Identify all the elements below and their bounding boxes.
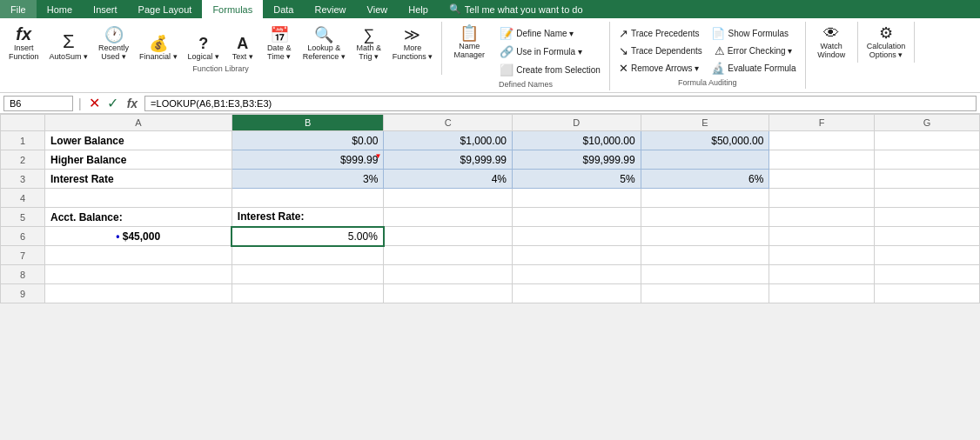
logical-button[interactable]: ? Logical ▾ (185, 34, 223, 63)
cell-b9[interactable] (232, 284, 384, 303)
calculation-options-button[interactable]: ⚙ CalculationOptions ▾ (863, 23, 910, 61)
cell-c8[interactable] (384, 265, 513, 284)
cell-g7[interactable] (875, 246, 980, 265)
cell-b4[interactable] (232, 189, 384, 208)
tab-review[interactable]: Review (304, 0, 356, 18)
cell-g3[interactable] (875, 170, 980, 189)
create-from-selection-button[interactable]: ⬜ Create from Selection (496, 62, 604, 78)
formula-input[interactable] (144, 96, 977, 111)
cell-f3[interactable] (769, 170, 875, 189)
tab-help[interactable]: Help (398, 0, 439, 18)
cell-f2[interactable] (769, 150, 875, 170)
tab-tell-me[interactable]: 🔍 Tell me what you want to do (439, 0, 594, 18)
cell-c6[interactable] (384, 227, 513, 246)
col-header-e[interactable]: E (641, 115, 769, 131)
cell-e7[interactable] (641, 246, 769, 265)
cell-e5[interactable] (641, 208, 769, 227)
tab-view[interactable]: View (357, 0, 399, 18)
name-box[interactable] (3, 96, 73, 111)
cell-d5[interactable] (512, 208, 641, 227)
use-in-formula-button[interactable]: 🔗 Use in Formula ▾ (496, 43, 604, 60)
cell-d3[interactable]: 5% (512, 170, 641, 189)
cell-c1[interactable]: $1,000.00 (384, 131, 513, 150)
tab-page-layout[interactable]: Page Layout (128, 0, 203, 18)
cell-b8[interactable] (232, 265, 384, 284)
cell-e9[interactable] (641, 284, 769, 303)
tab-insert[interactable]: Insert (83, 0, 128, 18)
col-header-a[interactable]: A (45, 115, 232, 131)
cell-d7[interactable] (512, 246, 641, 265)
cell-a9[interactable] (45, 284, 232, 303)
cancel-button[interactable]: ✕ (87, 95, 102, 111)
cell-a8[interactable] (45, 265, 232, 284)
watch-window-button[interactable]: 👁 WatchWindow (814, 23, 849, 61)
cell-d4[interactable] (512, 189, 641, 208)
cell-f8[interactable] (769, 265, 875, 284)
cell-e2[interactable] (641, 150, 769, 170)
cell-a7[interactable] (45, 246, 232, 265)
tab-formulas[interactable]: Formulas (202, 0, 263, 18)
cell-c3[interactable]: 4% (384, 170, 513, 189)
cell-d6[interactable] (512, 227, 641, 246)
more-functions-button[interactable]: ≫ MoreFunctions ▾ (389, 25, 437, 63)
col-header-f[interactable]: F (769, 115, 875, 131)
cell-e6[interactable] (641, 227, 769, 246)
cell-a1[interactable]: Lower Balance (45, 131, 232, 150)
trace-precedents-button[interactable]: ↗ Trace Precedents (615, 25, 703, 42)
confirm-button[interactable]: ✓ (105, 95, 120, 111)
cell-d1[interactable]: $10,000.00 (512, 131, 641, 150)
cell-c9[interactable] (384, 284, 513, 303)
cell-b2[interactable]: $999.99▼ (232, 150, 384, 170)
cell-c4[interactable] (384, 189, 513, 208)
cell-b6[interactable]: 5.00% (232, 227, 384, 246)
col-header-b[interactable]: B (232, 115, 384, 131)
recently-used-button[interactable]: 🕐 RecentlyUsed ▾ (95, 25, 132, 63)
cell-f1[interactable] (769, 131, 875, 150)
cell-c7[interactable] (384, 246, 513, 265)
trace-dependents-button[interactable]: ↘ Trace Dependents (615, 43, 706, 59)
evaluate-formula-button[interactable]: 🔬 Evaluate Formula (708, 60, 799, 77)
cell-g5[interactable] (875, 208, 980, 227)
cell-a6[interactable]: • $45,000 (45, 227, 232, 246)
tab-file[interactable]: File (0, 0, 37, 18)
cell-a3[interactable]: Interest Rate (45, 170, 232, 189)
cell-f5[interactable] (769, 208, 875, 227)
col-header-c[interactable]: C (384, 115, 513, 131)
text-button[interactable]: A Text ▾ (226, 34, 259, 63)
financial-button[interactable]: 💰 Financial ▾ (136, 34, 181, 63)
math-trig-button[interactable]: ∑ Math &Trig ▾ (352, 25, 386, 63)
autosum-button[interactable]: Σ AutoSum ▾ (46, 30, 92, 63)
show-formulas-button[interactable]: 📄 Show Formulas (708, 25, 791, 42)
cell-g1[interactable] (875, 131, 980, 150)
cell-g4[interactable] (875, 189, 980, 208)
cell-d2[interactable]: $99,999.99 (512, 150, 641, 170)
cell-g2[interactable] (875, 150, 980, 170)
fx-button[interactable]: fx (124, 97, 141, 110)
lookup-reference-button[interactable]: 🔍 Lookup &Reference ▾ (299, 25, 349, 63)
cell-g9[interactable] (875, 284, 980, 303)
cell-f7[interactable] (769, 246, 875, 265)
tab-data[interactable]: Data (263, 0, 304, 18)
define-name-button[interactable]: 📝 Define Name ▾ (496, 25, 604, 42)
cell-c2[interactable]: $9,999.99 (384, 150, 513, 170)
cell-e8[interactable] (641, 265, 769, 284)
cell-d8[interactable] (512, 265, 641, 284)
cell-d9[interactable] (512, 284, 641, 303)
remove-arrows-button[interactable]: ✕ Remove Arrows ▾ (615, 60, 702, 77)
cell-e1[interactable]: $50,000.00 (641, 131, 769, 150)
cell-a4[interactable] (45, 189, 232, 208)
cell-a5[interactable]: Acct. Balance: (45, 208, 232, 227)
tab-home[interactable]: Home (37, 0, 83, 18)
insert-function-button[interactable]: fx InsertFunction (5, 23, 43, 63)
cell-e4[interactable] (641, 189, 769, 208)
col-header-d[interactable]: D (512, 115, 641, 131)
cell-a2[interactable]: Higher Balance (45, 150, 232, 170)
date-time-button[interactable]: 📅 Date &Time ▾ (263, 25, 296, 63)
cell-c5[interactable] (384, 208, 513, 227)
cell-b3[interactable]: 3% (232, 170, 384, 189)
cell-g6[interactable] (875, 227, 980, 246)
cell-e3[interactable]: 6% (641, 170, 769, 189)
cell-g8[interactable] (875, 265, 980, 284)
error-checking-button[interactable]: ⚠ Error Checking ▾ (711, 43, 795, 59)
name-manager-button[interactable]: 📋 NameManager (447, 23, 491, 61)
